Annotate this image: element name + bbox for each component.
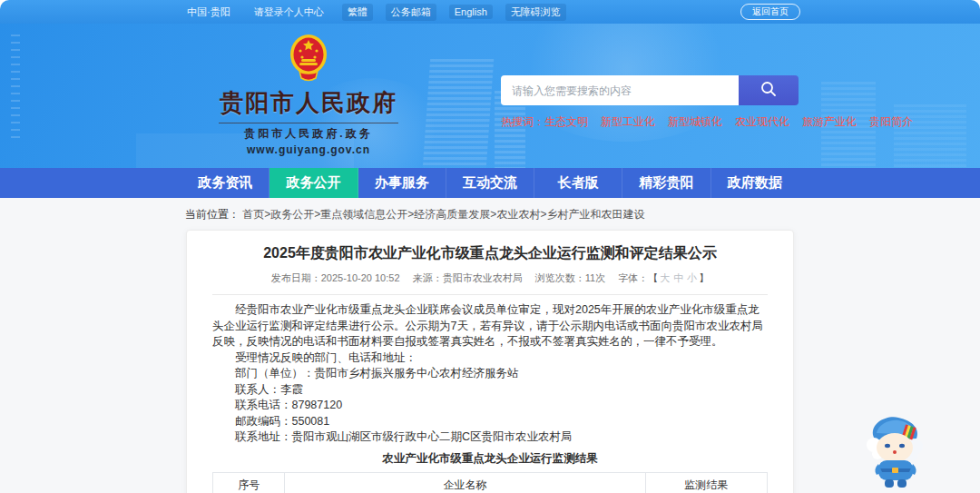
return-home-button[interactable]: 返回首页 <box>740 4 800 20</box>
article-paragraph: 经贵阳市农业产业化市级重点龙头企业联席会议成员单位审定，现对2025年开展的农业… <box>212 302 768 350</box>
skyline-building <box>423 59 494 168</box>
font-size-large[interactable]: 大 <box>660 272 670 283</box>
breadcrumb-label: 当前位置： <box>185 208 240 221</box>
meta-divider <box>212 294 768 295</box>
article-paragraph: 受理情况反映的部门、电话和地址： <box>212 350 768 367</box>
nav-item[interactable]: 互动交流 <box>446 168 534 198</box>
bracket: 】 <box>699 272 709 283</box>
article-paragraph: 部门（单位）：贵阳市乡村振兴服务中心农村经济服务站 <box>212 366 768 382</box>
page: 中国·贵阳 请登录个人中心 繁體 公务邮箱 English 无障碍浏览 返回首页 <box>0 0 980 493</box>
nav-item[interactable]: 政府数据 <box>711 168 799 198</box>
views-label: 浏览次数： <box>535 272 585 283</box>
hot-word-link[interactable]: 农业现代化 <box>735 115 789 128</box>
search-area: 热搜词：生态文明新型工业化新型城镇化农业现代化旅游产业化贵阳简介 <box>501 75 799 130</box>
nav-item-label: 长者版 <box>558 174 599 192</box>
article-paragraph: 联系人：李霞 <box>212 382 768 399</box>
publish-date: 2025-10-20 10:52 <box>321 272 400 283</box>
skyline-building <box>894 104 966 168</box>
site-subtitle: 贵阳市人民政府.政务 <box>213 126 404 142</box>
site-title: 贵阳市人民政府 <box>213 87 404 119</box>
font-size-medium[interactable]: 中 <box>673 272 683 283</box>
col-header-company: 企业名称 <box>285 472 645 493</box>
nav-item-label: 政府数据 <box>728 174 782 192</box>
nav-item[interactable]: 长者版 <box>534 168 622 198</box>
monitoring-result-table: 序号 企业名称 监测结果 1 贵州合力超市采购有限公司 合格 2 贵州友禾种业 <box>212 472 768 493</box>
article-paragraph: 联系电话：87987120 <box>212 398 768 414</box>
national-emblem-icon <box>284 31 333 87</box>
nav-item[interactable]: 政务资讯 <box>181 168 270 198</box>
col-header-result: 监测结果 <box>645 472 767 493</box>
mascot-assistant[interactable] <box>862 411 929 491</box>
top-link[interactable]: 请登录个人中心 <box>249 4 329 21</box>
hot-words: 生态文明新型工业化新型城镇化农业现代化旅游产业化贵阳简介 <box>544 115 926 128</box>
logo-divider <box>219 123 398 123</box>
hot-word-link[interactable]: 新型工业化 <box>601 115 655 128</box>
hot-word-link[interactable]: 旅游产业化 <box>802 115 857 128</box>
top-link[interactable]: 中国·贵阳 <box>181 4 236 21</box>
font-size-label: 字体： <box>618 272 648 283</box>
nav-item-label: 精彩贵阳 <box>640 174 694 192</box>
bracket: 【 <box>648 272 658 283</box>
search-icon <box>760 80 778 101</box>
source-label: 来源： <box>413 272 443 283</box>
decorative-dashes <box>11 35 20 143</box>
source-value: 贵阳市农业农村局 <box>443 272 523 283</box>
top-link[interactable]: 公务邮箱 <box>386 4 436 21</box>
search-button[interactable] <box>739 75 799 105</box>
hot-search-label: 热搜词： <box>501 115 544 128</box>
nav-items: 政务资讯 政务公开 办事服务 互动交流 长者版 精 <box>181 168 799 198</box>
col-header-index: 序号 <box>213 472 285 493</box>
article-paragraph: 联系地址：贵阳市观山湖区市级行政中心二期C区贵阳市农业农村局 <box>212 429 768 446</box>
site-url: www.guiyang.gov.cn <box>213 143 404 156</box>
publish-date-label: 发布日期： <box>271 272 321 283</box>
table-header-row: 序号 企业名称 监测结果 <box>213 472 768 493</box>
main-nav: 政务资讯 政务公开 办事服务 互动交流 长者版 精 <box>0 168 980 198</box>
article-card: 2025年度贵阳市农业产业化市级重点龙头企业运行监测和评定结果公示 发布日期：2… <box>186 230 794 493</box>
nav-item[interactable]: 政务公开 <box>270 168 358 198</box>
search-input[interactable] <box>501 75 739 105</box>
hot-search-row: 热搜词：生态文明新型工业化新型城镇化农业现代化旅游产业化贵阳简介 <box>501 114 799 130</box>
hot-word-link[interactable]: 生态文明 <box>544 115 588 128</box>
article-body: 经贵阳市农业产业化市级重点龙头企业联席会议成员单位审定，现对2025年开展的农业… <box>212 302 768 446</box>
article-meta: 发布日期：2025-10-20 10:52 来源：贵阳市农业农村局 浏览次数：1… <box>212 271 768 285</box>
nav-item-label: 政务公开 <box>286 174 340 192</box>
hot-word-link[interactable]: 新型城镇化 <box>668 115 722 128</box>
font-size-small[interactable]: 小 <box>687 272 697 283</box>
top-link[interactable]: 繁體 <box>342 4 373 21</box>
views-value: 11次 <box>585 272 605 283</box>
table-caption: 农业产业化市级重点龙头企业运行监测结果 <box>212 451 768 467</box>
nav-item-label: 互动交流 <box>463 174 517 192</box>
article-paragraph: 邮政编码：550081 <box>212 414 768 430</box>
top-link[interactable]: English <box>449 5 493 19</box>
nav-item-label: 办事服务 <box>375 174 429 192</box>
nav-item[interactable]: 精彩贵阳 <box>622 168 710 198</box>
article-title: 2025年度贵阳市农业产业化市级重点龙头企业运行监测和评定结果公示 <box>212 243 768 263</box>
top-links: 中国·贵阳 请登录个人中心 繁體 公务邮箱 English 无障碍浏览 <box>181 0 799 24</box>
site-logo[interactable]: 贵阳市人民政府 贵阳市人民政府.政务 www.guiyang.gov.cn <box>213 31 404 156</box>
nav-item[interactable]: 办事服务 <box>358 168 446 198</box>
hot-word-link[interactable]: 贵阳简介 <box>869 115 913 128</box>
breadcrumb-path[interactable]: 首页>政务公开>重点领域信息公开>经济高质量发展>农业农村>乡村产业和农田建设 <box>242 208 644 221</box>
breadcrumb: 当前位置： 首页>政务公开>重点领域信息公开>经济高质量发展>农业农村>乡村产业… <box>181 198 799 230</box>
site-banner: 贵阳市人民政府 贵阳市人民政府.政务 www.guiyang.gov.cn <box>0 24 980 168</box>
top-link[interactable]: 无障碍浏览 <box>505 4 566 21</box>
nav-item-label: 政务资讯 <box>198 174 252 192</box>
top-utility-bar: 中国·贵阳 请登录个人中心 繁體 公务邮箱 English 无障碍浏览 返回首页 <box>0 0 980 24</box>
